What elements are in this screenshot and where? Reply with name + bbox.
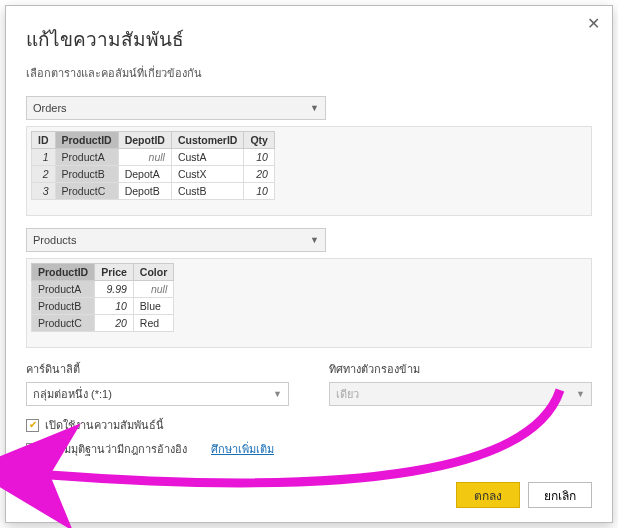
cardinality-label: คาร์ดินาลิตี้ <box>26 360 289 378</box>
table-cell: 10 <box>95 298 134 315</box>
table1-select-value: Orders <box>33 102 67 114</box>
ok-button[interactable]: ตกลง <box>456 482 520 508</box>
table-cell: ProductA <box>55 149 118 166</box>
table-cell: Blue <box>133 298 173 315</box>
table-cell: null <box>118 149 171 166</box>
learn-more-link[interactable]: ศึกษาเพิ่มเติม <box>211 440 274 458</box>
column-header[interactable]: ID <box>32 132 56 149</box>
table2-select[interactable]: Products ▼ <box>26 228 326 252</box>
close-icon[interactable]: ✕ <box>587 14 600 33</box>
table1-select[interactable]: Orders ▼ <box>26 96 326 120</box>
table1-grid[interactable]: IDProductIDDepotIDCustomerIDQty1ProductA… <box>31 131 275 200</box>
column-header[interactable]: DepotID <box>118 132 171 149</box>
table-cell: 9.99 <box>95 281 134 298</box>
table-row[interactable]: ProductA9.99null <box>32 281 174 298</box>
table-cell: 3 <box>32 183 56 200</box>
column-header[interactable]: Price <box>95 264 134 281</box>
table-cell: ProductB <box>55 166 118 183</box>
table-cell: ProductC <box>55 183 118 200</box>
column-header[interactable]: Qty <box>244 132 275 149</box>
table-cell: 10 <box>244 183 275 200</box>
table-cell: ProductC <box>32 315 95 332</box>
table-cell: null <box>133 281 173 298</box>
dialog-window: ✕ แก้ไขความสัมพันธ์ เลือกตารางและคอลัมน์… <box>5 5 613 523</box>
chevron-down-icon: ▼ <box>310 235 319 245</box>
table-row[interactable]: ProductB10Blue <box>32 298 174 315</box>
cardinality-select[interactable]: กลุ่มต่อหนึ่ง (*:1) ▼ <box>26 382 289 406</box>
table-cell: CustA <box>171 149 244 166</box>
assume-checkbox-label: ตั้งสมมุติฐานว่ามีกฎการอ้างอิง <box>45 440 187 458</box>
table-cell: 1 <box>32 149 56 166</box>
table-cell: DepotA <box>118 166 171 183</box>
crossfilter-select: เดียว ▼ <box>329 382 592 406</box>
column-header[interactable]: CustomerID <box>171 132 244 149</box>
chevron-down-icon: ▼ <box>310 103 319 113</box>
table-cell: 2 <box>32 166 56 183</box>
table-row[interactable]: 2ProductBDepotACustX20 <box>32 166 275 183</box>
table-cell: 20 <box>95 315 134 332</box>
table-row[interactable]: ProductC20Red <box>32 315 174 332</box>
crossfilter-label: ทิศทางตัวกรองข้าม <box>329 360 592 378</box>
table-cell: ProductA <box>32 281 95 298</box>
assume-checkbox[interactable] <box>26 443 39 456</box>
cardinality-value: กลุ่มต่อหนึ่ง (*:1) <box>33 385 112 403</box>
table-cell: DepotB <box>118 183 171 200</box>
table-cell: ProductB <box>32 298 95 315</box>
table-cell: CustX <box>171 166 244 183</box>
table-cell: Red <box>133 315 173 332</box>
table2-select-value: Products <box>33 234 76 246</box>
table-cell: CustB <box>171 183 244 200</box>
table-row[interactable]: 1ProductAnullCustA10 <box>32 149 275 166</box>
dialog-title: แก้ไขความสัมพันธ์ <box>26 24 592 54</box>
table-cell: 10 <box>244 149 275 166</box>
chevron-down-icon: ▼ <box>576 389 585 399</box>
table-row[interactable]: 3ProductCDepotBCustB10 <box>32 183 275 200</box>
crossfilter-value: เดียว <box>336 385 359 403</box>
dialog-footer: ตกลง ยกเลิก <box>456 482 592 508</box>
column-header[interactable]: ProductID <box>55 132 118 149</box>
table-cell: 20 <box>244 166 275 183</box>
chevron-down-icon: ▼ <box>273 389 282 399</box>
active-checkbox-label: เปิดใช้งานความสัมพันธ์นี้ <box>45 416 164 434</box>
assume-checkbox-row: ตั้งสมมุติฐานว่ามีกฎการอ้างอิง ศึกษาเพิ่… <box>26 440 592 458</box>
table1-preview: IDProductIDDepotIDCustomerIDQty1ProductA… <box>26 126 592 216</box>
active-checkbox[interactable] <box>26 419 39 432</box>
cancel-button[interactable]: ยกเลิก <box>528 482 592 508</box>
column-header[interactable]: Color <box>133 264 173 281</box>
dialog-subtitle: เลือกตารางและคอลัมน์ที่เกี่ยวข้องกัน <box>26 64 592 82</box>
table2-preview: ProductIDPriceColorProductA9.99nullProdu… <box>26 258 592 348</box>
table2-grid[interactable]: ProductIDPriceColorProductA9.99nullProdu… <box>31 263 174 332</box>
active-checkbox-row: เปิดใช้งานความสัมพันธ์นี้ <box>26 416 592 434</box>
column-header[interactable]: ProductID <box>32 264 95 281</box>
